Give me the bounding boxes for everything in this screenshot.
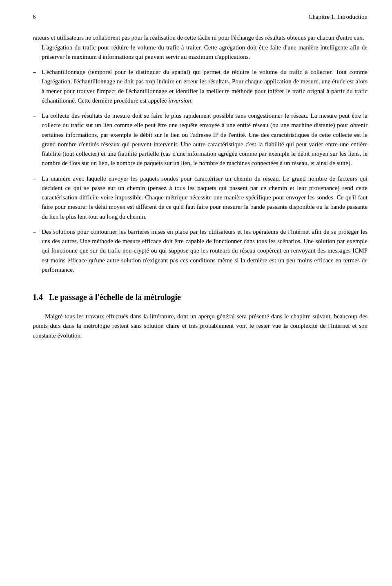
bullet-dash: –	[33, 67, 42, 105]
bullet-text: La manière avec laquelle envoyer les paq…	[42, 174, 368, 221]
bullet-text: L'échantillonnage (temporel pour le dist…	[42, 67, 368, 105]
bullet-dash: –	[33, 174, 42, 221]
inversion-italic: inversion	[168, 97, 191, 104]
list-item: – L'agrégation du trafic pour réduire le…	[33, 43, 368, 62]
bullet-dash: –	[33, 227, 42, 275]
section-title: Le passage à l'échelle de la métrologie	[49, 293, 181, 302]
chapter-title-header: Introduction	[337, 13, 368, 20]
list-item: – La manière avec laquelle envoyer les p…	[33, 174, 368, 221]
section-paragraph: Malgré tous les travaux effectués dans l…	[33, 312, 368, 340]
chapter-label: Chapitre 1.	[308, 13, 336, 20]
section-number: 1.4	[33, 293, 43, 302]
bullet-text: La collecte des résultats de mesure doit…	[42, 111, 368, 168]
bullet-text: Des solutions pour contourner les barriè…	[42, 227, 368, 275]
page: 6 Chapitre 1. Introduction rateurs et ut…	[0, 0, 392, 586]
bullet-dash: –	[33, 43, 42, 62]
chapter-header: Chapitre 1. Introduction	[308, 12, 368, 22]
bullet-text-part1: L'échantillonnage (temporel pour le dist…	[42, 69, 368, 104]
list-item: – L'échantillonnage (temporel pour le di…	[33, 67, 368, 105]
bullet-text-part3: .	[191, 97, 193, 104]
page-number: 6	[33, 12, 36, 22]
bullet-dash: –	[33, 111, 42, 168]
list-item: – Des solutions pour contourner les barr…	[33, 227, 368, 275]
section-heading: 1.4 Le passage à l'échelle de la métrolo…	[33, 291, 368, 304]
bullet-text: L'agrégation du trafic pour réduire le v…	[42, 43, 368, 62]
main-content: rateurs et utilisateurs ne collaborent p…	[33, 33, 368, 340]
list-item: – La collecte des résultats de mesure do…	[33, 111, 368, 168]
page-header: 6 Chapitre 1. Introduction	[33, 12, 368, 22]
bullet-list: – L'agrégation du trafic pour réduire le…	[33, 43, 368, 275]
intro-paragraph: rateurs et utilisateurs ne collaborent p…	[33, 33, 368, 42]
